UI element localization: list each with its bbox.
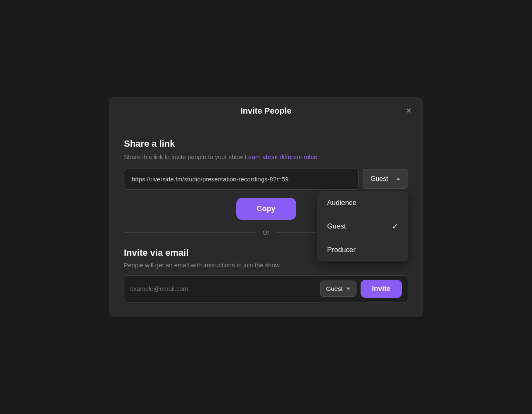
email-input-row: Guest Invite: [124, 275, 408, 302]
check-icon: ✓: [392, 222, 398, 231]
link-row: Guest Audience Guest ✓ Producer: [124, 169, 408, 190]
chevron-up-icon: [396, 178, 400, 180]
email-role-selector-label: Guest: [326, 285, 343, 292]
email-input[interactable]: [130, 285, 316, 292]
dropdown-item-guest-label: Guest: [327, 222, 346, 231]
dropdown-item-guest[interactable]: Guest ✓: [317, 214, 408, 238]
modal-title: Invite People: [240, 106, 291, 116]
dropdown-item-producer-label: Producer: [327, 246, 356, 254]
email-chevron-down-icon: [346, 288, 350, 290]
dropdown-item-producer[interactable]: Producer: [317, 238, 408, 262]
role-dropdown-menu: Audience Guest ✓ Producer: [317, 191, 408, 262]
role-selector-button[interactable]: Guest: [363, 169, 408, 189]
invite-button[interactable]: Invite: [361, 280, 402, 298]
copy-button[interactable]: Copy: [236, 198, 296, 220]
share-link-section: Share a link Share this link to invite p…: [124, 138, 408, 236]
share-link-input[interactable]: [124, 169, 359, 190]
role-selector-label: Guest: [370, 175, 388, 183]
dropdown-item-audience-label: Audience: [327, 199, 356, 207]
invite-email-description: People will get an email with instructio…: [124, 262, 408, 269]
dropdown-item-audience[interactable]: Audience: [317, 191, 408, 214]
divider-line-left: [124, 232, 256, 233]
modal-header: Invite People ×: [109, 97, 423, 125]
invite-modal: Invite People × Share a link Share this …: [109, 97, 423, 317]
email-role-selector-button[interactable]: Guest: [320, 281, 356, 297]
share-link-description: Share this link to invite people to your…: [124, 153, 408, 160]
close-button[interactable]: ×: [404, 105, 413, 117]
learn-roles-link[interactable]: Learn about different roles: [245, 153, 317, 160]
modal-body: Share a link Share this link to invite p…: [109, 125, 423, 317]
divider-text: Or: [263, 229, 270, 236]
share-link-heading: Share a link: [124, 138, 408, 149]
